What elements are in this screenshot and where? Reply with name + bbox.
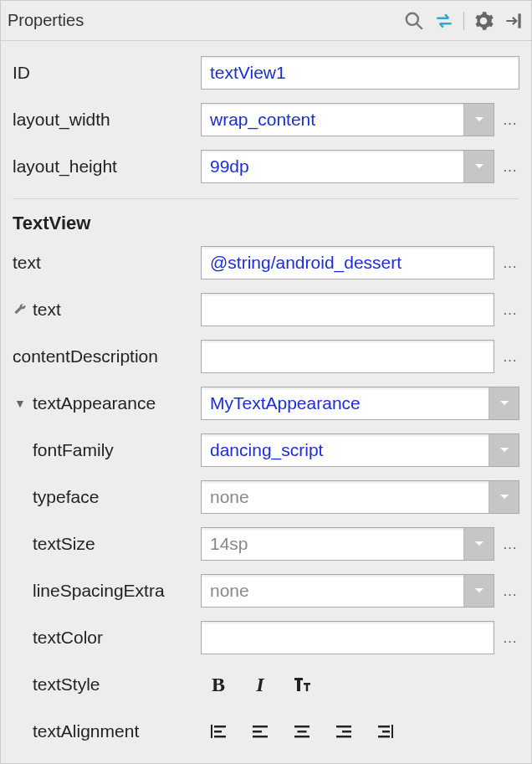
- label-text-span: textAppearance: [33, 393, 156, 413]
- combo-layout-width[interactable]: wrap_content: [201, 103, 494, 136]
- combo-font-family[interactable]: dancing_script: [201, 433, 519, 467]
- more-button[interactable]: …: [501, 158, 519, 176]
- align-right-button[interactable]: [331, 719, 356, 744]
- row-typeface: typeface none: [13, 474, 519, 520]
- chevron-down-icon[interactable]: [489, 387, 519, 419]
- combo-value: 99dp: [202, 151, 463, 182]
- align-center-button[interactable]: [289, 719, 315, 744]
- combo-typeface[interactable]: none: [201, 480, 519, 514]
- row-text: text @string/android_dessert …: [13, 239, 519, 286]
- input-id[interactable]: textView1: [201, 56, 519, 90]
- chevron-down-icon[interactable]: [463, 151, 494, 182]
- combo-value: wrap_content: [202, 104, 463, 136]
- more-button[interactable]: …: [501, 301, 519, 319]
- search-icon[interactable]: [403, 10, 425, 32]
- label-line-spacing: lineSpacingExtra: [13, 581, 201, 601]
- svg-rect-10: [294, 726, 309, 728]
- label-font-family: fontFamily: [13, 440, 201, 460]
- chevron-down-icon[interactable]: [489, 434, 519, 466]
- input-text-color[interactable]: [201, 621, 494, 654]
- label-text-size: textSize: [13, 534, 201, 554]
- row-text-size: textSize 14sp …: [13, 520, 519, 567]
- row-text-appearance: ▼ textAppearance MyTextAppearance: [13, 380, 519, 427]
- gear-icon[interactable]: [473, 10, 494, 32]
- svg-rect-8: [253, 731, 262, 733]
- label-text-color: textColor: [13, 628, 201, 648]
- more-button[interactable]: …: [501, 111, 519, 129]
- combo-value: 14sp: [202, 528, 463, 560]
- row-tools-text: text …: [13, 286, 519, 333]
- input-tools-text[interactable]: [201, 293, 494, 326]
- more-button[interactable]: …: [501, 348, 519, 366]
- svg-rect-14: [342, 731, 351, 733]
- label-text-span: text: [33, 300, 61, 320]
- row-text-alignment: textAlignment: [13, 708, 519, 755]
- chevron-down-icon[interactable]: [463, 104, 494, 136]
- properties-header: Properties: [1, 1, 531, 41]
- svg-rect-3: [211, 725, 212, 738]
- svg-rect-11: [298, 731, 307, 733]
- svg-rect-13: [336, 726, 351, 728]
- combo-value: dancing_script: [202, 434, 489, 466]
- swap-icon[interactable]: [433, 10, 455, 32]
- row-line-spacing-extra: lineSpacingExtra none …: [13, 567, 519, 614]
- panel-title: Properties: [8, 11, 403, 30]
- row-text-color: textColor …: [13, 614, 519, 661]
- separator: [463, 12, 464, 30]
- row-font-family: fontFamily dancing_script: [13, 427, 519, 474]
- section-title-textview: TextView: [13, 204, 519, 239]
- svg-rect-2: [518, 13, 520, 28]
- bold-button[interactable]: B: [206, 672, 231, 697]
- text-alignment-buttons: [201, 719, 398, 744]
- row-content-description: contentDescription …: [13, 333, 519, 380]
- label-content-description: contentDescription: [13, 346, 201, 367]
- label-id: ID: [13, 63, 201, 83]
- svg-rect-19: [378, 736, 390, 738]
- input-text[interactable]: @string/android_dessert: [201, 246, 494, 279]
- label-text-style: textStyle: [13, 674, 201, 695]
- row-text-style: textStyle B I: [13, 661, 519, 708]
- align-left-button[interactable]: [248, 719, 273, 744]
- align-viewend-button[interactable]: [373, 719, 398, 744]
- align-viewstart-button[interactable]: [206, 719, 231, 744]
- more-button[interactable]: …: [501, 536, 519, 553]
- allcaps-button[interactable]: [289, 672, 315, 697]
- combo-layout-height[interactable]: 99dp: [201, 150, 494, 183]
- svg-rect-9: [253, 736, 268, 738]
- label-layout-height: layout_height: [13, 156, 201, 177]
- italic-button[interactable]: I: [248, 672, 273, 697]
- svg-rect-15: [336, 736, 351, 738]
- svg-rect-17: [378, 726, 390, 728]
- svg-rect-4: [214, 726, 226, 728]
- svg-line-1: [417, 23, 422, 29]
- minimize-icon[interactable]: [503, 10, 524, 32]
- row-id: ID textView1: [13, 49, 519, 96]
- combo-text-size[interactable]: 14sp: [201, 527, 494, 561]
- more-button[interactable]: …: [501, 254, 519, 272]
- chevron-down-icon[interactable]: [489, 481, 519, 513]
- combo-value: none: [202, 481, 489, 513]
- combo-line-spacing[interactable]: none: [201, 574, 494, 608]
- label-layout-width: layout_width: [13, 110, 201, 130]
- more-button[interactable]: …: [501, 582, 519, 600]
- row-layout-height: layout_height 99dp …: [13, 143, 519, 190]
- text-style-buttons: B I: [201, 672, 315, 697]
- svg-rect-16: [391, 725, 393, 738]
- chevron-down-icon[interactable]: [463, 528, 494, 560]
- more-button[interactable]: …: [501, 629, 519, 647]
- chevron-down-icon[interactable]: [463, 575, 494, 607]
- label-text-alignment: textAlignment: [13, 721, 201, 741]
- combo-text-appearance[interactable]: MyTextAppearance: [201, 387, 519, 420]
- collapse-triangle-icon[interactable]: ▼: [13, 397, 28, 410]
- divider: [13, 198, 519, 199]
- row-layout-width: layout_width wrap_content …: [13, 96, 519, 143]
- wrench-icon: [13, 303, 28, 316]
- svg-rect-6: [214, 736, 226, 738]
- label-text: text: [13, 253, 201, 273]
- label-text-appearance: ▼ textAppearance: [13, 393, 201, 413]
- svg-rect-5: [214, 731, 222, 733]
- svg-rect-18: [382, 731, 390, 733]
- header-toolbar: [403, 10, 524, 32]
- input-content-description[interactable]: [201, 340, 494, 373]
- label-typeface: typeface: [13, 487, 201, 507]
